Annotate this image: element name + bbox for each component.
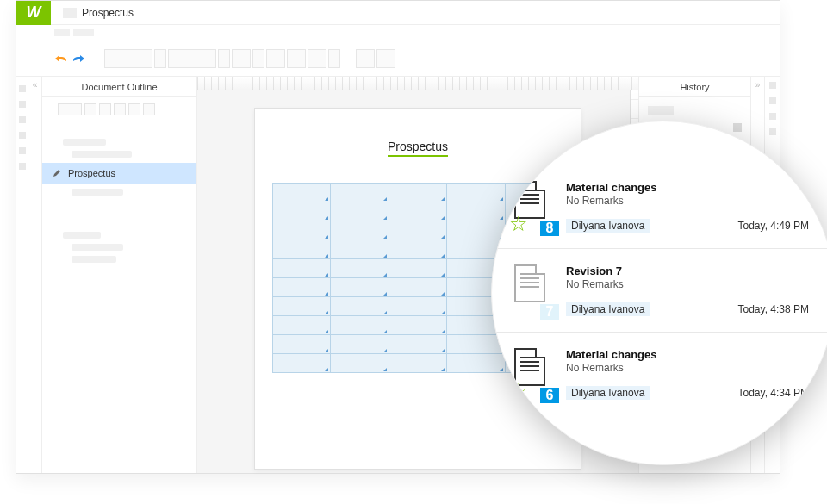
toolbar-button[interactable] [104, 49, 152, 68]
menu-placeholder[interactable] [54, 29, 70, 36]
toolbar-button[interactable] [154, 49, 166, 68]
collapse-left-button[interactable]: « [28, 77, 42, 473]
toolbar-button[interactable] [168, 49, 216, 68]
gutter-icon[interactable] [769, 82, 776, 89]
toolbar [16, 40, 780, 77]
history-header: History [639, 77, 750, 97]
history-item-author: Dilyana Ivanova [566, 386, 650, 400]
gutter-icon[interactable] [769, 97, 776, 104]
history-item-subtitle: No Remarks [566, 362, 809, 374]
history-item-title: Material changes [566, 348, 809, 361]
history-item[interactable]: 7Revision 7No RemarksDilyana IvanovaToda… [492, 248, 827, 332]
toolbar-group [356, 49, 395, 68]
menu-placeholder[interactable] [73, 29, 94, 36]
toolbar-button[interactable] [232, 49, 251, 68]
toolbar-button[interactable] [328, 49, 340, 68]
history-placeholder [648, 106, 674, 115]
outline-placeholder[interactable] [72, 151, 132, 158]
outline-tool-button[interactable] [114, 103, 126, 115]
history-item-title: Material changes [566, 181, 809, 194]
tab-label: Prospectus [82, 7, 134, 19]
history-placeholder [733, 123, 742, 132]
toolbar-button[interactable] [218, 49, 230, 68]
history-item[interactable]: ☆6Material changesNo RemarksDilyana Ivan… [492, 332, 827, 415]
pencil-icon [53, 169, 61, 177]
history-item-author: Dilyana Ivanova [566, 219, 650, 233]
outline-item-label: Prospectus [68, 168, 115, 178]
outline-tool-button[interactable] [99, 103, 111, 115]
toolbar-button[interactable] [287, 49, 306, 68]
history-item-subtitle: No Remarks [566, 195, 809, 207]
toolbar-button[interactable] [376, 49, 395, 68]
undo-icon[interactable] [54, 53, 68, 65]
outline-tree: Prospectus [42, 121, 196, 473]
history-item-author: Dilyana Ivanova [566, 302, 650, 316]
outline-placeholder[interactable] [63, 139, 106, 146]
outline-placeholder[interactable] [63, 232, 101, 239]
history-item-subtitle: No Remarks [566, 278, 809, 290]
history-item[interactable]: ☆8Material changesNo RemarksDilyana Ivan… [492, 165, 827, 248]
outline-tool-button[interactable] [128, 103, 140, 115]
gutter-icon[interactable] [19, 116, 26, 123]
left-gutter [16, 77, 28, 473]
gutter-icon[interactable] [19, 163, 26, 170]
star-icon: ☆ [509, 214, 528, 234]
app-logo[interactable]: W [16, 1, 51, 25]
redo-icon[interactable] [72, 53, 85, 65]
document-title[interactable]: Prospectus [388, 140, 448, 157]
outline-placeholder[interactable] [72, 256, 116, 263]
history-magnifier: ☆8Material changesNo RemarksDilyana Ivan… [491, 121, 827, 465]
gutter-icon[interactable] [19, 85, 26, 92]
outline-tool-button[interactable] [143, 103, 155, 115]
gutter-icon[interactable] [769, 113, 776, 120]
toolbar-button[interactable] [356, 49, 375, 68]
outline-header: Document Outline [42, 77, 196, 97]
document-tab[interactable]: Prospectus [51, 1, 146, 24]
gutter-icon[interactable] [19, 132, 26, 139]
gutter-icon[interactable] [19, 101, 26, 108]
gutter-icon[interactable] [769, 128, 776, 135]
toolbar-group [104, 49, 340, 68]
version-badge: 6 [540, 388, 559, 403]
history-item-title: Revision 7 [566, 264, 809, 277]
outline-placeholder[interactable] [72, 189, 123, 196]
version-badge: 7 [540, 304, 559, 320]
gutter-icon[interactable] [19, 147, 26, 154]
history-item-time: Today, 4:34 PM [738, 387, 810, 399]
tab-close-icon[interactable] [63, 8, 77, 18]
history-item-time: Today, 4:49 PM [738, 220, 810, 232]
version-badge: 8 [540, 221, 559, 236]
toolbar-button[interactable] [308, 49, 326, 68]
history-item-time: Today, 4:38 PM [738, 303, 810, 315]
outline-tool-button[interactable] [58, 103, 82, 115]
outline-placeholder[interactable] [72, 244, 123, 251]
menubar [16, 25, 780, 40]
outline-panel: Document Outline Prospectus [42, 77, 197, 473]
outline-tool-button[interactable] [84, 103, 96, 115]
history-item-icon: 7 [514, 264, 552, 316]
outline-item-prospectus[interactable]: Prospectus [42, 163, 196, 184]
outline-toolbar [42, 97, 196, 121]
horizontal-ruler [197, 77, 638, 90]
toolbar-button[interactable] [266, 49, 285, 68]
toolbar-button[interactable] [252, 49, 264, 68]
titlebar: W Prospectus [16, 1, 780, 25]
